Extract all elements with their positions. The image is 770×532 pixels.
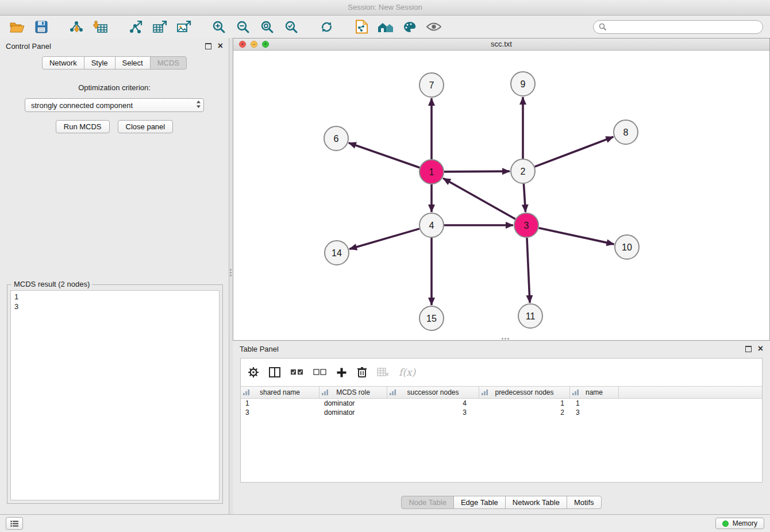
window-title: Session: New Session — [348, 3, 422, 11]
graph-edge-4-14[interactable] — [349, 229, 419, 249]
minimize-window-icon[interactable] — [251, 41, 257, 48]
mcds-result-group: MCDS result (2 nodes) 13 — [7, 284, 223, 504]
zoom-selected-icon — [284, 20, 298, 34]
run-mcds-button[interactable]: Run MCDS — [56, 120, 110, 133]
table-cell: 3 — [241, 408, 319, 417]
column-header-shared-name[interactable]: shared name — [241, 387, 319, 398]
graph-edge-1-6[interactable] — [349, 143, 420, 168]
export-image-button[interactable] — [174, 18, 194, 36]
graph-edge-3-1[interactable] — [443, 178, 515, 219]
tab-mcds[interactable]: MCDS — [150, 56, 187, 70]
control-panel-header: Control Panel — [0, 38, 229, 54]
delete-table-button — [377, 368, 389, 377]
import-network-button[interactable] — [66, 18, 87, 36]
new-network-from-selection-button[interactable] — [351, 18, 372, 36]
graph-node-label: 1 — [429, 167, 434, 177]
apply-style-button[interactable] — [399, 18, 420, 36]
select-chevrons-icon — [196, 100, 201, 110]
sort-icon — [322, 390, 328, 395]
table-cell: 4 — [387, 399, 479, 408]
mcds-result-list[interactable]: 13 — [10, 290, 220, 500]
eye-icon — [426, 22, 441, 31]
float-panel-icon[interactable] — [205, 43, 211, 49]
task-history-button[interactable] — [6, 517, 23, 530]
mcds-result-item[interactable]: 3 — [11, 302, 219, 311]
sort-icon — [572, 390, 579, 395]
export-network-button[interactable] — [125, 18, 146, 36]
float-table-panel-icon[interactable] — [745, 346, 752, 352]
tab-select[interactable]: Select — [115, 56, 151, 70]
mcds-result-item[interactable]: 1 — [11, 292, 219, 302]
graph-edge-2-8[interactable] — [535, 137, 614, 167]
save-session-button[interactable] — [31, 18, 52, 36]
table-row[interactable]: 1dominator411 — [241, 399, 762, 408]
network-window-title: scc.txt — [491, 40, 512, 48]
graph-node-label: 9 — [521, 79, 526, 89]
close-panel-icon[interactable] — [218, 41, 223, 51]
maximize-window-icon[interactable] — [262, 41, 269, 48]
table-tab-motifs[interactable]: Motifs — [567, 496, 602, 509]
apply-layout-button[interactable] — [316, 18, 337, 36]
optimization-criterion-label: Optimization criterion: — [0, 83, 229, 92]
table-tab-node-table[interactable]: Node Table — [401, 496, 454, 509]
graph-edge-1-2[interactable] — [444, 171, 510, 172]
open-session-button[interactable] — [7, 18, 28, 36]
tab-network[interactable]: Network — [42, 56, 84, 70]
zoom-in-icon — [212, 20, 226, 34]
list-icon — [10, 521, 18, 527]
zoom-in-button[interactable] — [209, 18, 229, 36]
node-table-area: f(x) shared nameMCDS rolesuccessor nodes… — [240, 358, 763, 483]
export-table-button[interactable] — [149, 18, 170, 36]
import-table-icon — [93, 20, 108, 34]
gear-icon — [248, 367, 259, 378]
table-cell: 1 — [479, 399, 570, 408]
sort-icon — [390, 390, 396, 395]
columns-icon — [269, 367, 280, 377]
select-all-button[interactable] — [290, 369, 303, 376]
deselect-all-button[interactable] — [313, 369, 326, 376]
graph-node-label: 4 — [429, 221, 434, 230]
graph-edge-3-11[interactable] — [527, 238, 530, 303]
show-hide-button[interactable] — [424, 18, 444, 36]
import-table-button[interactable] — [90, 18, 111, 36]
table-tab-edge-table[interactable]: Edge Table — [453, 496, 506, 509]
graph-node-label: 3 — [524, 221, 529, 230]
show-columns-button[interactable] — [269, 367, 280, 377]
horizontal-splitter-grip[interactable] — [502, 338, 509, 340]
zoom-out-button[interactable] — [233, 18, 253, 36]
table-cell: 2 — [479, 408, 570, 417]
column-header-MCDS-role[interactable]: MCDS role — [319, 387, 387, 398]
column-header-label: name — [586, 388, 603, 396]
delete-button[interactable] — [357, 367, 367, 378]
table-tab-network-table[interactable]: Network Table — [505, 496, 567, 509]
close-table-panel-icon[interactable] — [758, 344, 763, 353]
zoom-fit-button[interactable] — [257, 18, 278, 36]
graph-edge-2-3[interactable] — [523, 184, 525, 212]
close-window-icon[interactable] — [239, 41, 246, 48]
column-header-successor-nodes[interactable]: successor nodes — [387, 387, 479, 398]
tab-style[interactable]: Style — [84, 56, 116, 70]
plus-icon — [336, 367, 347, 378]
graph-node-label: 2 — [521, 167, 526, 176]
memory-button[interactable]: Memory — [715, 518, 764, 529]
global-search-field[interactable] — [593, 20, 763, 34]
network-canvas[interactable]: 7968124314101511 — [233, 51, 769, 341]
graph-node-label: 10 — [622, 242, 632, 252]
graph-edge-3-10[interactable] — [538, 228, 614, 244]
column-header-predecessor-nodes[interactable]: predecessor nodes — [479, 387, 570, 398]
add-button[interactable] — [336, 367, 347, 378]
graph-node-label: 8 — [623, 128, 629, 137]
network-window-titlebar[interactable]: scc.txt — [233, 38, 769, 51]
criterion-select[interactable]: strongly connected component — [25, 98, 204, 112]
zoom-selected-button[interactable] — [281, 18, 302, 36]
home-button[interactable] — [375, 18, 396, 36]
export-network-icon — [128, 20, 143, 34]
criterion-select-value: strongly connected component — [31, 101, 133, 110]
table-row[interactable]: 3dominator323 — [241, 408, 762, 417]
search-input[interactable] — [610, 22, 757, 32]
table-options-button[interactable] — [248, 367, 259, 378]
close-panel-button[interactable]: Close panel — [118, 120, 174, 133]
splitter-grip[interactable] — [230, 269, 232, 276]
column-header-name[interactable]: name — [570, 387, 619, 398]
table-cell: 3 — [570, 408, 619, 417]
